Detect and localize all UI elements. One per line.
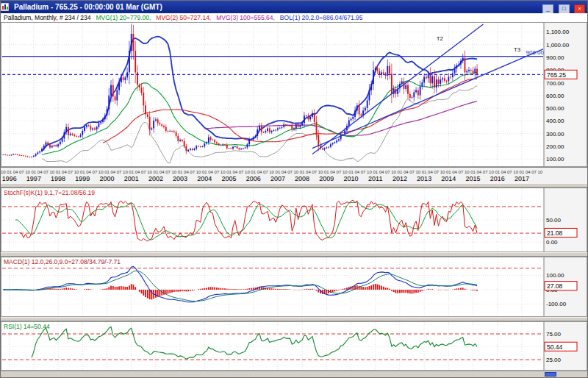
svg-text:07: 07 [531,170,537,174]
svg-text:07: 07 [141,170,146,174]
svg-text:04: 04 [404,170,409,174]
svg-text:10: 10 [343,170,348,174]
svg-text:2005: 2005 [221,175,236,182]
svg-text:04: 04 [476,170,481,174]
svg-text:2012: 2012 [392,175,407,182]
svg-text:07: 07 [312,170,317,174]
svg-text:10: 10 [220,170,226,174]
svg-text:04: 04 [428,170,433,174]
svg-text:10: 10 [49,170,54,174]
svg-text:10: 10 [465,170,470,174]
svg-text:10: 10 [391,170,396,174]
svg-text:10: 10 [245,170,250,174]
svg-text:10: 10 [171,170,176,174]
stochastic-panel[interactable]: 50.000.0021.08 [1,188,587,252]
scrollbar-thumb[interactable] [545,372,556,377]
svg-text:04: 04 [135,170,140,174]
svg-text:10: 10 [538,170,543,174]
titlebar[interactable]: Palladium - 765.25 - 00:00:00 01 Mar (GM… [1,1,587,13]
rsi-legend: RSI(1) 14=50.44 [4,323,50,330]
stochastic-legend: StochF(s)K(1) 9,1,7=21.08/56.19 [4,189,95,196]
minimize-button[interactable]: _ [542,4,553,14]
svg-text:01: 01 [32,170,37,174]
svg-text:01: 01 [300,170,305,174]
svg-text:04: 04 [62,170,67,174]
svg-text:07: 07 [459,170,464,174]
macd-panel[interactable]: 100.000.00-100.0027.08 [1,257,587,317]
legend-mvg1: MVG(1) 20=779.00, [96,13,151,22]
legend-mvg2: MVG(2) 50=727.14, [156,13,211,22]
svg-text:600.00: 600.00 [546,93,564,99]
svg-text:T2: T2 [437,35,444,42]
svg-text:10: 10 [74,170,79,174]
svg-text:2011: 2011 [368,175,382,182]
svg-text:01: 01 [129,170,134,174]
svg-text:01: 01 [373,170,378,174]
svg-text:1996: 1996 [2,175,17,182]
svg-text:07: 07 [287,170,293,174]
svg-text:07: 07 [43,170,49,174]
svg-text:100.00: 100.00 [546,272,564,279]
indicator-legend-bar: Palladium, Monthly, # 234 / 234 MVG(1) 2… [1,13,587,22]
svg-text:10: 10 [123,170,128,174]
time-axis: 1001040710010407100104071001040710010407… [1,167,587,183]
svg-text:01: 01 [251,170,256,174]
svg-text:01: 01 [324,170,329,174]
svg-text:07: 07 [263,170,268,174]
svg-text:04: 04 [379,170,384,174]
maximize-button[interactable]: □ [559,4,570,14]
svg-text:01: 01 [226,170,232,174]
svg-text:01: 01 [276,170,281,174]
svg-text:75.00: 75.00 [546,331,562,338]
app-window: Palladium - 765.25 - 00:00:00 01 Mar (GM… [0,0,588,378]
rsi-panel[interactable]: 75.0050.0025.0050.44 [1,321,587,371]
svg-text:2004: 2004 [197,175,212,182]
svg-text:2014: 2014 [441,175,456,182]
svg-text:21.08: 21.08 [547,229,563,237]
svg-text:01: 01 [7,170,12,174]
svg-text:01: 01 [80,170,85,174]
horizontal-scrollbar[interactable] [1,371,587,377]
svg-text:10: 10 [269,170,274,174]
svg-text:01: 01 [398,170,403,174]
svg-text:01: 01 [56,170,61,174]
svg-text:100.00: 100.00 [546,156,564,163]
svg-text:10: 10 [367,170,372,174]
svg-text:01: 01 [422,170,427,174]
svg-text:07: 07 [19,170,24,174]
svg-text:07: 07 [117,170,122,174]
svg-text:2016: 2016 [490,175,505,182]
svg-text:10: 10 [147,170,152,174]
svg-text:10: 10 [98,170,104,174]
svg-text:50.44: 50.44 [547,343,563,351]
svg-text:50.00: 50.00 [546,217,562,224]
svg-text:1998: 1998 [51,175,65,182]
main-price-chart[interactable]: 1,100.001,000.00900.00800.00700.00600.00… [1,22,587,167]
svg-text:10: 10 [489,170,494,174]
svg-text:10: 10 [513,170,518,174]
svg-text:10: 10 [293,170,298,174]
svg-text:-100.00: -100.00 [546,301,567,307]
legend-mvg3: MVG(3) 100=555.64, [216,13,275,22]
svg-text:1997: 1997 [26,175,41,182]
svg-text:07: 07 [215,170,220,174]
svg-text:07: 07 [68,170,73,174]
svg-text:2008: 2008 [295,175,309,182]
close-button[interactable]: × [574,4,585,14]
svg-text:04: 04 [13,170,18,174]
app-icon [3,3,11,11]
svg-text:2001: 2001 [124,175,139,182]
legend-bollinger: BOL(1) 20,2.0=886.04/671.95 [280,13,363,22]
svg-text:400.00: 400.00 [546,118,564,124]
svg-text:04: 04 [257,170,262,174]
svg-text:1999: 1999 [75,175,90,182]
svg-text:10: 10 [318,170,323,174]
svg-text:2000: 2000 [99,175,114,182]
svg-text:2007: 2007 [270,175,285,182]
svg-text:04: 04 [452,170,457,174]
svg-text:04: 04 [306,170,311,174]
svg-text:10: 10 [415,170,420,174]
macd-legend: MACD(1) 12.0,26.0,9.0=27.08/34.79/-7.71 [4,258,121,265]
svg-text:01: 01 [470,170,476,174]
svg-text:0.00: 0.00 [546,239,558,246]
